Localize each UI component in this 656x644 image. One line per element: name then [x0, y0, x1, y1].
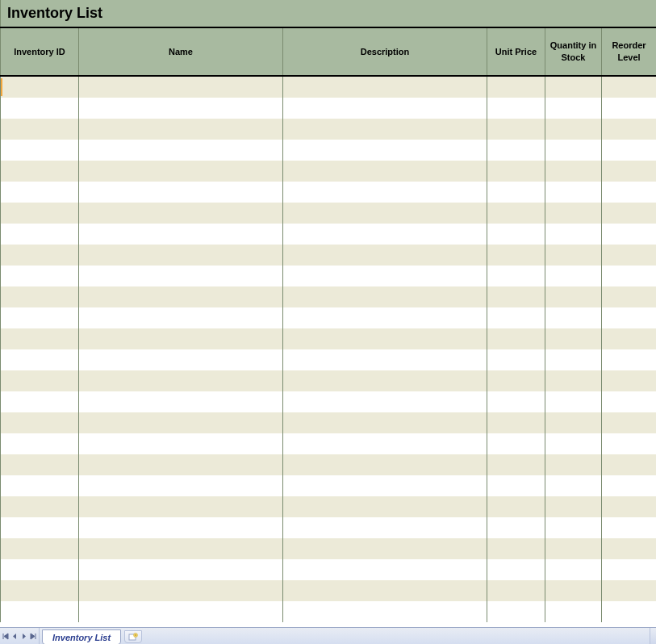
table-cell[interactable]	[545, 119, 601, 140]
table-cell[interactable]	[487, 224, 545, 245]
table-cell[interactable]	[78, 182, 282, 203]
table-cell[interactable]	[601, 182, 656, 203]
table-cell[interactable]	[282, 412, 487, 433]
table-cell[interactable]	[487, 454, 545, 475]
table-row[interactable]	[0, 245, 656, 266]
table-cell[interactable]	[282, 517, 487, 538]
table-cell[interactable]	[282, 538, 487, 559]
table-row[interactable]	[0, 119, 656, 140]
table-cell[interactable]	[78, 538, 282, 559]
table-cell[interactable]	[601, 77, 656, 98]
table-cell[interactable]	[601, 391, 656, 412]
table-row[interactable]	[0, 580, 656, 601]
table-cell[interactable]	[601, 412, 656, 433]
table-cell[interactable]	[282, 203, 487, 224]
table-cell[interactable]	[78, 286, 282, 307]
table-row[interactable]	[0, 98, 656, 119]
table-cell[interactable]	[487, 601, 545, 622]
table-cell[interactable]	[78, 454, 282, 475]
table-cell[interactable]	[487, 266, 545, 286]
table-cell[interactable]	[0, 245, 78, 266]
table-cell[interactable]	[78, 496, 282, 517]
table-cell[interactable]	[0, 412, 78, 433]
table-cell[interactable]	[487, 370, 545, 391]
table-cell[interactable]	[487, 245, 545, 266]
table-cell[interactable]	[0, 182, 78, 203]
table-row[interactable]	[0, 559, 656, 580]
table-row[interactable]	[0, 538, 656, 559]
table-cell[interactable]	[545, 98, 601, 119]
table-cell[interactable]	[601, 161, 656, 182]
table-cell[interactable]	[0, 370, 78, 391]
table-cell[interactable]	[0, 475, 78, 496]
table-cell[interactable]	[0, 286, 78, 307]
table-cell[interactable]	[601, 433, 656, 454]
col-header-reorder-level[interactable]: Reorder Level	[601, 28, 656, 75]
table-cell[interactable]	[601, 370, 656, 391]
table-row[interactable]	[0, 412, 656, 433]
table-cell[interactable]	[0, 161, 78, 182]
table-row[interactable]	[0, 161, 656, 182]
table-cell[interactable]	[78, 140, 282, 161]
table-cell[interactable]	[545, 580, 601, 601]
table-cell[interactable]	[78, 370, 282, 391]
table-cell[interactable]	[601, 245, 656, 266]
col-header-name[interactable]: Name	[78, 28, 282, 75]
table-cell[interactable]	[0, 517, 78, 538]
table-cell[interactable]	[487, 286, 545, 307]
table-cell[interactable]	[601, 559, 656, 580]
table-cell[interactable]	[282, 119, 487, 140]
table-cell[interactable]	[78, 391, 282, 412]
table-cell[interactable]	[601, 475, 656, 496]
table-row[interactable]	[0, 307, 656, 328]
hscroll-cap[interactable]	[650, 628, 656, 644]
table-row[interactable]	[0, 475, 656, 496]
table-cell[interactable]	[78, 307, 282, 328]
table-cell[interactable]	[487, 349, 545, 370]
table-cell[interactable]	[78, 266, 282, 286]
table-cell[interactable]	[282, 77, 487, 98]
col-header-inventory-id[interactable]: Inventory ID	[0, 28, 78, 75]
table-cell[interactable]	[545, 559, 601, 580]
table-cell[interactable]	[545, 391, 601, 412]
table-cell[interactable]	[78, 245, 282, 266]
table-cell[interactable]	[601, 538, 656, 559]
table-row[interactable]	[0, 433, 656, 454]
table-cell[interactable]	[0, 203, 78, 224]
table-cell[interactable]	[601, 286, 656, 307]
table-cell[interactable]	[0, 538, 78, 559]
table-cell[interactable]	[601, 517, 656, 538]
table-cell[interactable]	[601, 601, 656, 622]
table-cell[interactable]	[282, 328, 487, 349]
table-row[interactable]	[0, 349, 656, 370]
table-cell[interactable]	[0, 140, 78, 161]
table-cell[interactable]	[78, 98, 282, 119]
table-cell[interactable]	[78, 161, 282, 182]
table-row[interactable]	[0, 224, 656, 245]
table-cell[interactable]	[545, 203, 601, 224]
table-cell[interactable]	[0, 559, 78, 580]
table-cell[interactable]	[487, 559, 545, 580]
table-cell[interactable]	[78, 224, 282, 245]
table-cell[interactable]	[601, 224, 656, 245]
table-cell[interactable]	[545, 77, 601, 98]
table-cell[interactable]	[487, 391, 545, 412]
table-cell[interactable]	[601, 454, 656, 475]
col-header-unit-price[interactable]: Unit Price	[487, 28, 545, 75]
table-row[interactable]	[0, 370, 656, 391]
table-cell[interactable]	[282, 98, 487, 119]
table-cell[interactable]	[487, 140, 545, 161]
table-cell[interactable]	[545, 370, 601, 391]
table-cell[interactable]	[545, 433, 601, 454]
table-row[interactable]	[0, 328, 656, 349]
table-cell[interactable]	[0, 266, 78, 286]
table-cell[interactable]	[78, 77, 282, 98]
table-cell[interactable]	[545, 286, 601, 307]
table-cell[interactable]	[282, 391, 487, 412]
table-row[interactable]	[0, 286, 656, 307]
table-cell[interactable]	[0, 98, 78, 119]
table-cell[interactable]	[545, 161, 601, 182]
table-cell[interactable]	[78, 475, 282, 496]
table-cell[interactable]	[545, 601, 601, 622]
table-cell[interactable]	[545, 538, 601, 559]
